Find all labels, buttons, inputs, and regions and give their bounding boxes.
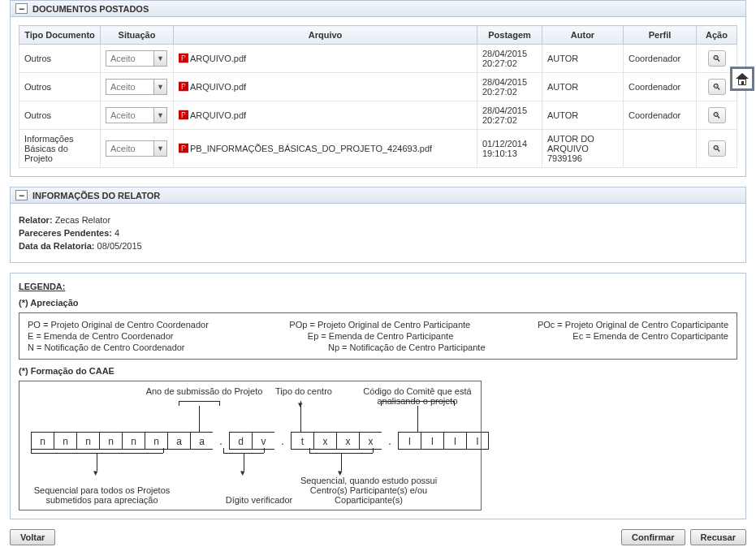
detail-button[interactable]: 🔍︎ [708, 50, 726, 67]
caae-cell: n [76, 432, 99, 450]
legend-n: N = Notificação de Centro Coordenador [28, 342, 271, 352]
caae-title: (*) Formação do CAAE [19, 366, 737, 376]
caae-cell: n [99, 432, 122, 450]
caae-cell: x [336, 432, 359, 450]
situacao-select[interactable]: Aceito▼ [106, 79, 167, 95]
caae-cell: n [31, 432, 54, 450]
cell-situacao: Aceito▼ [101, 73, 174, 101]
situacao-select[interactable]: Aceito▼ [106, 140, 167, 157]
voltar-button[interactable]: Voltar [10, 529, 55, 545]
caae-cell: a [167, 432, 190, 450]
cell-arquivo[interactable]: 🅿︎PB_INFORMAÇÕES_BÁSICAS_DO_PROJETO_4246… [174, 130, 477, 168]
cell-tipo: Outros [19, 73, 101, 101]
col-autor: Autor [542, 26, 624, 45]
caae-cell: I [466, 432, 489, 450]
panel-documentos-header: − DOCUMENTOS POSTADOS [11, 1, 745, 17]
collapse-relator-icon[interactable]: − [15, 190, 28, 200]
caae-label-codigo: Código do Comitê que está analisando o p… [361, 386, 474, 406]
caae-cell: I [443, 432, 466, 450]
caae-label-seqcentro: Sequencial, quando estudo possui Centro(… [287, 476, 450, 505]
apreciacao-title: (*) Apreciação [19, 298, 737, 308]
detail-button[interactable]: 🔍︎ [708, 107, 726, 123]
confirmar-button[interactable]: Confirmar [621, 529, 685, 545]
pdf-icon: 🅿︎ [179, 81, 188, 93]
cell-autor: AUTOR [542, 101, 624, 130]
caae-label-seq: Sequencial para todos os Projetos submet… [31, 485, 173, 505]
col-perfil: Perfil [624, 26, 697, 45]
legend-np: Np = Notificação de Centro Participante [328, 342, 555, 352]
detail-button[interactable]: 🔍︎ [708, 79, 726, 95]
pendentes-value: 4 [114, 228, 119, 238]
col-arquivo: Arquivo [174, 26, 477, 45]
cell-postagem: 28/04/2015 20:27:02 [477, 73, 542, 101]
recusar-button[interactable]: Recusar [690, 529, 746, 545]
pdf-icon: 🅿︎ [179, 110, 188, 121]
caae-cell: n [145, 432, 167, 450]
caae-cell: t [291, 432, 313, 450]
pendentes-label: Pareceres Pendentes: [19, 228, 112, 238]
cell-perfil: Coordenador [624, 73, 697, 101]
cell-arquivo[interactable]: 🅿︎ARQUIVO.pdf [174, 45, 477, 73]
relator-value: Zecas Relator [55, 215, 110, 225]
cell-arquivo[interactable]: 🅿︎ARQUIVO.pdf [174, 73, 477, 101]
detail-button[interactable]: 🔍︎ [708, 140, 726, 157]
caae-cell: x [313, 432, 336, 450]
cell-tipo: Outros [19, 45, 101, 73]
caae-cell: I [421, 432, 443, 450]
button-row: Voltar Confirmar Recusar [10, 529, 746, 545]
panel-relator-title: INFORMAÇÕES DO RELATOR [32, 191, 160, 200]
caae-separator: . [213, 432, 229, 450]
cell-autor: AUTOR DO ARQUIVO 7939196 [542, 130, 624, 168]
apreciacao-box: PO = Projeto Original de Centro Coordena… [19, 312, 737, 360]
cell-postagem: 01/12/2014 19:10:13 [477, 130, 542, 168]
legenda-title: LEGENDA: [19, 282, 737, 291]
table-row: Informações Básicas do ProjetoAceito▼🅿︎P… [19, 130, 737, 168]
panel-relator-header: − INFORMAÇÕES DO RELATOR [11, 187, 745, 204]
legend-ep: Ep = Emenda de Centro Participante [308, 331, 516, 341]
home-button[interactable] [730, 67, 754, 91]
col-postagem: Postagem [477, 26, 542, 45]
legend-pop: POp = Projeto Original de Centro Partici… [289, 320, 481, 330]
collapse-documentos-icon[interactable]: − [15, 3, 28, 14]
cell-perfil [624, 130, 697, 168]
cell-tipo: Outros [19, 101, 101, 130]
cell-acao: 🔍︎ [697, 101, 737, 130]
table-row: OutrosAceito▼🅿︎ARQUIVO.pdf28/04/2015 20:… [19, 45, 737, 73]
col-acao: Ação [697, 26, 737, 45]
cell-perfil: Coordenador [624, 45, 697, 73]
chevron-down-icon: ▼ [153, 80, 166, 94]
data-relatoria-value: 08/05/2015 [97, 241, 142, 251]
cell-autor: AUTOR [542, 45, 624, 73]
caae-cell: n [122, 432, 145, 450]
legenda-box: LEGENDA: (*) Apreciação PO = Projeto Ori… [10, 273, 746, 519]
table-row: OutrosAceito▼🅿︎ARQUIVO.pdf28/04/2015 20:… [19, 73, 737, 101]
col-tipo: Tipo Documento [19, 26, 101, 45]
relator-label: Relator: [19, 215, 53, 225]
chevron-down-icon: ▼ [153, 108, 166, 123]
situacao-select[interactable]: Aceito▼ [106, 50, 167, 67]
caae-cell: a [190, 432, 213, 450]
caae-separator: . [274, 432, 291, 450]
caae-cell: x [359, 432, 382, 450]
cell-postagem: 28/04/2015 20:27:02 [477, 101, 542, 130]
table-row: OutrosAceito▼🅿︎ARQUIVO.pdf28/04/2015 20:… [19, 101, 737, 130]
caae-cell: v [252, 432, 274, 450]
panel-documentos: − DOCUMENTOS POSTADOS Tipo Documento Sit… [10, 0, 746, 177]
cell-arquivo[interactable]: 🅿︎ARQUIVO.pdf [174, 101, 477, 130]
cell-tipo: Informações Básicas do Projeto [19, 130, 101, 168]
home-icon [736, 73, 749, 85]
cell-acao: 🔍︎ [697, 130, 737, 168]
panel-relator: − INFORMAÇÕES DO RELATOR Relator: Zecas … [10, 187, 746, 263]
caae-cell: n [54, 432, 76, 450]
documentos-table: Tipo Documento Situação Arquivo Postagem… [19, 25, 737, 168]
chevron-down-icon: ▼ [153, 141, 166, 156]
legend-e: E = Emenda de Centro Coordenador [28, 331, 251, 341]
cell-postagem: 28/04/2015 20:27:02 [477, 45, 542, 73]
caae-label-ano: Ano de submissão do Projeto [141, 386, 267, 396]
situacao-select[interactable]: Aceito▼ [106, 107, 167, 123]
panel-documentos-title: DOCUMENTOS POSTADOS [32, 4, 149, 14]
caae-cell: I [398, 432, 421, 450]
cell-situacao: Aceito▼ [101, 45, 174, 73]
cell-situacao: Aceito▼ [101, 101, 174, 130]
chevron-down-icon: ▼ [153, 51, 166, 66]
